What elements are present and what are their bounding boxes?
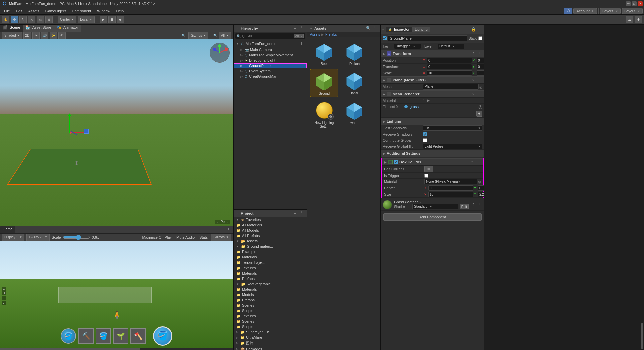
scene-options-icon[interactable]: ⋮	[226, 26, 231, 31]
size-y-input[interactable]	[478, 192, 484, 197]
hierarchy-options-icon[interactable]: ⋮	[299, 26, 304, 31]
tag-dropdown[interactable]: Untagged ▼	[394, 44, 421, 49]
asset-ground[interactable]: Ground	[310, 69, 338, 97]
layers-button[interactable]: Layers ▼	[600, 8, 621, 14]
menu-component[interactable]: Component	[69, 8, 94, 14]
mesh-filter-options-icon[interactable]: ⋮	[477, 77, 482, 83]
hier-main-camera[interactable]: ▷ 📷 Main Camera	[234, 47, 307, 52]
mesh-renderer-help-icon[interactable]: ?	[471, 91, 476, 97]
mesh-filter-header[interactable]: ▶ ⊟ Plane (Mesh Filter) ? ⋮	[381, 76, 484, 84]
gizmos-dropdown[interactable]: Gizmos ▼	[188, 32, 208, 39]
hierarchy-search-input[interactable]	[242, 34, 293, 38]
hier-root-options[interactable]: ⋮	[299, 41, 304, 46]
proj-rv-textures[interactable]: 📁 Textures	[234, 313, 307, 319]
box-collider-help-icon[interactable]: ?	[469, 159, 475, 165]
mesh-target-icon[interactable]: ◎	[479, 85, 482, 89]
mesh-renderer-options-icon[interactable]: ⋮	[477, 91, 482, 97]
hud-item-beet[interactable]: 🌱	[113, 328, 128, 344]
move-handle-z[interactable]	[84, 129, 89, 134]
inspector-tab[interactable]: 🔒 Inspector	[386, 27, 412, 32]
scene-tab[interactable]: 🎬 Scene	[0, 25, 23, 32]
assets-options-icon[interactable]: ⋮	[372, 26, 377, 31]
is-trigger-checkbox[interactable]	[424, 174, 428, 178]
menu-help[interactable]: Help	[113, 8, 126, 14]
proj-rv-models[interactable]: 📁 Models	[234, 292, 307, 297]
hud-item-shovel[interactable]: 🪓	[130, 328, 146, 344]
mute-audio-btn[interactable]: Mute Audio	[175, 235, 196, 239]
shader-edit-btn[interactable]: Edit	[460, 204, 469, 209]
hier-male-movement[interactable]: ▷ ⬡ MaleFreeSimpleMovement1	[234, 52, 307, 58]
proj-favorites[interactable]: ▼ ★ Favorites	[234, 217, 307, 222]
game-scrollbar[interactable]	[0, 348, 233, 350]
box-collider-active[interactable]	[394, 160, 398, 164]
additional-settings-header[interactable]: ▶ Additional Settings	[381, 150, 484, 157]
step-button[interactable]: ⏭	[117, 16, 124, 23]
menu-assets[interactable]: Assets	[26, 8, 42, 14]
proj-root-veg[interactable]: ▼ 📁 RootVegetable...	[234, 281, 307, 287]
grass-material-help-icon[interactable]: ?	[471, 202, 476, 207]
collab-btn[interactable]: ☁	[626, 16, 633, 23]
object-name-input[interactable]	[388, 35, 467, 41]
hier-all-dropdown[interactable]: All ▼	[294, 34, 304, 38]
asset-lighting[interactable]: ⚙ New Lighting Sett...	[310, 99, 338, 130]
menu-file[interactable]: File	[1, 8, 13, 14]
unity-services-icon[interactable]: ⬡	[564, 8, 572, 14]
layout-button[interactable]: Layout ▼	[622, 8, 643, 14]
proj-assets[interactable]: ▼ 📂 Assets	[234, 238, 307, 244]
game-tab[interactable]: Game	[0, 226, 15, 233]
box-collider-options-icon[interactable]: ⋮	[476, 159, 481, 165]
lighting-main-tab[interactable]: Lighting	[412, 27, 430, 32]
maximize-on-play-btn[interactable]: Maximize On Play	[141, 235, 173, 239]
proj-example[interactable]: 📁 Example	[234, 249, 307, 254]
proj-fav-prefabs[interactable]: 📁 All Prefabs	[234, 233, 307, 238]
proj-rv-scripts[interactable]: 📁 Scripts	[234, 308, 307, 313]
rot-y-input[interactable]	[477, 64, 484, 69]
materials-add-btn[interactable]: +	[476, 111, 482, 117]
asset-water[interactable]: water	[340, 99, 369, 130]
hier-ground-plane[interactable]: ▷ ⬡ GroundPlane	[234, 63, 307, 68]
close-button[interactable]: ✕	[638, 1, 643, 6]
settings-btn[interactable]: ⚙	[635, 16, 642, 23]
shaded-dropdown[interactable]: Shaded ▼	[2, 32, 22, 39]
receive-shadows-checkbox[interactable]	[423, 132, 427, 136]
rot-x-input[interactable]	[427, 64, 472, 69]
transform-help-icon[interactable]: ?	[471, 51, 476, 56]
hud-item-bucket1[interactable]: 🪣	[61, 328, 76, 344]
pos-y-input[interactable]	[477, 58, 484, 63]
transform-options-icon[interactable]: ⋮	[477, 51, 482, 56]
proj-rv-scenes[interactable]: 📁 Scenes	[234, 303, 307, 308]
assets-scrollbar[interactable]	[641, 323, 643, 349]
play-button[interactable]: ▶	[100, 16, 107, 23]
proj-packages[interactable]: ▷ 📦 Packages	[234, 346, 307, 350]
proj-materials-top[interactable]: 📁 Materials	[234, 271, 307, 276]
element0-target-icon[interactable]: ◎	[478, 104, 482, 109]
materials-expand-icon[interactable]: ▶	[427, 98, 430, 103]
scale-slider[interactable]	[63, 235, 90, 240]
object-active-checkbox[interactable]	[383, 36, 387, 40]
add-component-button[interactable]: Add Component	[383, 213, 482, 221]
scale-y-input[interactable]	[477, 70, 484, 76]
proj-images[interactable]: ▷ 📁 图片	[234, 340, 307, 346]
scene-audio-btn[interactable]: 🔊	[41, 32, 48, 39]
inspector-lock-icon[interactable]: 🔒	[471, 27, 476, 32]
hier-event-system[interactable]: ▷ ⬡ EventSystem	[234, 68, 307, 74]
game-options-icon[interactable]: ⋮	[226, 227, 231, 233]
tool-all[interactable]: ⊕	[45, 16, 53, 23]
tool-scale[interactable]: ⤡	[28, 16, 35, 23]
collider-mat-target-icon[interactable]: ◎	[478, 180, 481, 184]
scene-effects-btn[interactable]: ✨	[50, 32, 57, 39]
proj-scenes[interactable]: 📁 Scenes	[234, 319, 307, 324]
mesh-filter-help-icon[interactable]: ?	[471, 77, 476, 83]
project-options-icon[interactable]: ⋮	[299, 211, 304, 216]
layer-dropdown[interactable]: Default ▼	[438, 44, 464, 49]
proj-scripts[interactable]: 📁 Scripts	[234, 324, 307, 329]
scene-gizmo-widget[interactable]: X Z Y	[210, 43, 230, 63]
account-button[interactable]: Account ▼	[573, 8, 597, 14]
size-x-input[interactable]	[428, 192, 473, 197]
resolution-dropdown[interactable]: 1280x720 ▼	[26, 234, 50, 241]
hud-item-hammer[interactable]: 🔨	[78, 328, 94, 344]
proj-terrain[interactable]: 📁 Terrain Laye...	[234, 260, 307, 265]
hier-directional-light[interactable]: ▷ ☀ Directional Light	[234, 58, 307, 63]
game-gizmos-dropdown[interactable]: Gizmos ▼	[211, 234, 231, 241]
pivot-space-dropdown[interactable]: Local ▼	[78, 16, 95, 23]
